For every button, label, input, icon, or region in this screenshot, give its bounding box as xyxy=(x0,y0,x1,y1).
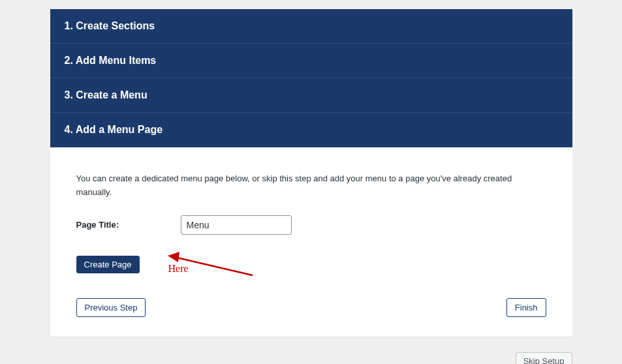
skip-row: Skip Setup xyxy=(50,352,572,364)
page-title-label: Page Title: xyxy=(76,220,181,230)
step-content: You can create a dedicated menu page bel… xyxy=(50,147,572,337)
annotation-text: Here xyxy=(168,263,189,275)
create-page-button[interactable]: Create Page xyxy=(76,256,140,273)
finish-button[interactable]: Finish xyxy=(506,298,546,317)
step-header-2[interactable]: 2. Add Menu Items xyxy=(50,44,572,78)
step-header-1[interactable]: 1. Create Sections xyxy=(50,9,572,44)
page-title-input[interactable] xyxy=(181,215,292,235)
page-title-row: Page Title: xyxy=(76,215,546,235)
arrow-icon xyxy=(168,249,259,282)
step-header-3[interactable]: 3. Create a Menu xyxy=(50,78,572,113)
nav-row: Previous Step Finish xyxy=(76,298,546,317)
setup-wizard: 1. Create Sections 2. Add Menu Items 3. … xyxy=(50,9,572,337)
previous-step-button[interactable]: Previous Step xyxy=(76,298,146,317)
svg-line-0 xyxy=(174,257,253,275)
step-header-4[interactable]: 4. Add a Menu Page xyxy=(50,113,572,147)
step-description: You can create a dedicated menu page bel… xyxy=(76,172,546,200)
skip-setup-button[interactable]: Skip Setup xyxy=(516,352,572,364)
create-page-area: Create Page Here xyxy=(76,256,546,273)
svg-marker-1 xyxy=(168,252,179,262)
